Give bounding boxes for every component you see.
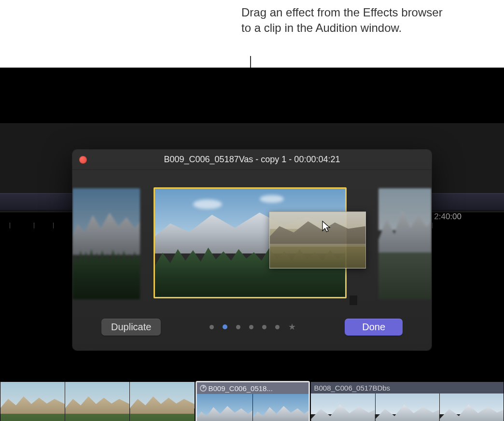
- audition-icon: [200, 385, 207, 392]
- window-title: B009_C006_05187Vas - copy 1 - 00:00:04:2…: [72, 154, 432, 165]
- ruler-time-label: 2:40:00: [434, 212, 462, 222]
- filmstrip-connector: [350, 295, 357, 305]
- page-indicator[interactable]: ★: [161, 323, 345, 331]
- clip-header: B008_C006_0517BDbs: [311, 382, 504, 393]
- close-button[interactable]: [79, 156, 87, 164]
- audition-window: B009_C006_05187Vas - copy 1 - 00:00:04:2…: [72, 150, 432, 351]
- ruler-tick: [53, 223, 54, 228]
- timeline-clip-selected[interactable]: B009_C006_0518...: [196, 381, 310, 421]
- clip-header: B009_C006_0518...: [197, 382, 309, 394]
- ruler-tick: [34, 223, 34, 228]
- page-dot[interactable]: [236, 325, 240, 329]
- page-dot[interactable]: [210, 325, 214, 329]
- done-button[interactable]: Done: [345, 319, 403, 336]
- page-dot[interactable]: [262, 325, 266, 329]
- favorite-star-icon[interactable]: ★: [288, 323, 296, 331]
- audition-clip-previous[interactable]: [72, 188, 140, 299]
- timeline-clip[interactable]: B008_C006_0517BDbs: [311, 382, 504, 421]
- page-dot-active[interactable]: [223, 324, 227, 329]
- ruler-tick: [10, 223, 10, 228]
- audition-filmstrip: [72, 170, 432, 305]
- editor-background: 2:40:00 B009_C006_05187Vas - copy 1 - 00…: [0, 68, 504, 421]
- clip-name-label: B008_C006_0517BDbs: [314, 384, 390, 392]
- audition-clip-next[interactable]: [378, 188, 432, 299]
- window-titlebar[interactable]: B009_C006_05187Vas - copy 1 - 00:00:04:2…: [72, 150, 432, 170]
- clip-name-label: B009_C006_0518...: [209, 384, 273, 393]
- timeline-clips-row: B009_C006_0518... B008_C006_0517BDbs: [0, 382, 504, 421]
- callout-text: Drag an effect from the Effects browser …: [241, 5, 444, 36]
- page-dot[interactable]: [275, 325, 280, 329]
- duplicate-button[interactable]: Duplicate: [101, 319, 161, 336]
- ruler-tick: [432, 223, 433, 228]
- timeline-clip[interactable]: [0, 382, 195, 421]
- effect-drag-preview: [269, 211, 366, 268]
- audition-footer: Duplicate ★ Done: [72, 316, 432, 338]
- arrow-cursor-icon: [322, 220, 333, 234]
- page-dot[interactable]: [249, 325, 253, 329]
